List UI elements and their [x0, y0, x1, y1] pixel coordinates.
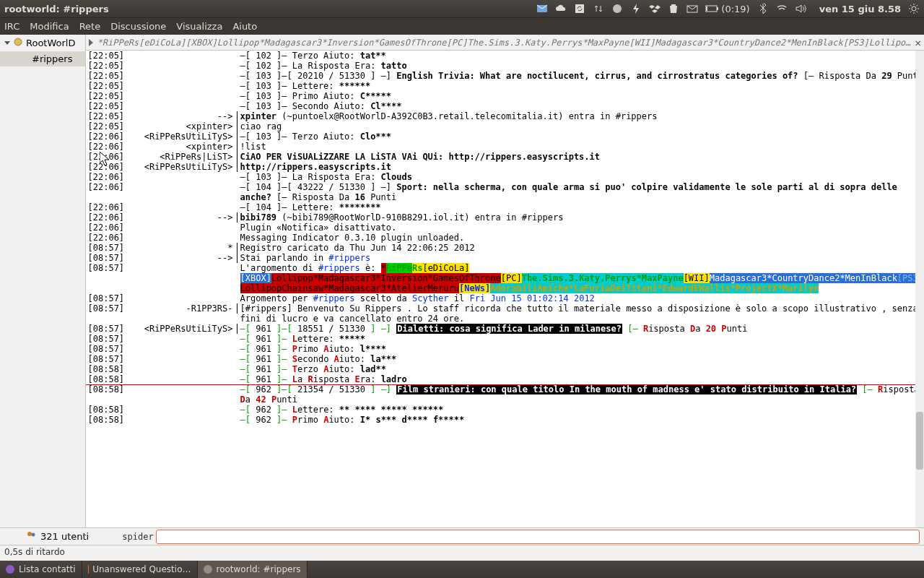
svg-rect-6 — [706, 7, 707, 11]
log-line: [22:05]—[ 103 ]— Lettere: ****** — [86, 81, 924, 91]
log-line: [22:06]<xpinter>!list — [86, 142, 924, 152]
log-line: [08:57]*Registro caricato da Thu Jun 14 … — [86, 243, 924, 253]
topic-bar: *RiPPeRs[eDiCoLa][XBOX]Lollipop*Madagasc… — [86, 35, 924, 51]
updown-icon[interactable] — [593, 3, 604, 14]
app-icon — [88, 565, 89, 574]
log-line: [08:58]—[ 962 ]—[ 21354 / 51330 ] —] Fil… — [86, 384, 924, 405]
clock[interactable]: ven 15 giu 8.58 — [819, 4, 901, 14]
log-line: [08:57]<RiPPeRsUtiLiTyS>—[ 961 ]—[ 18551… — [86, 324, 924, 334]
channel-label: #rippers — [32, 53, 72, 64]
log-line: [22:06]<RiPPeRsUtiLiTyS>http://rippers.e… — [86, 162, 924, 172]
log-line: [22:06]<RiPPeRs|LiST>CiAO PER ViSUALiZZA… — [86, 152, 924, 162]
envelope-icon[interactable] — [687, 3, 698, 14]
topic-expand-icon[interactable] — [89, 39, 93, 46]
dropbox-icon[interactable] — [649, 3, 661, 14]
log-line: [22:05]<xpinter>ciao rag — [86, 121, 924, 131]
chat-log: [22:05]—[ 102 ]— Terzo Aiuto: tat**[22:0… — [86, 51, 924, 527]
power-icon[interactable] — [630, 3, 642, 14]
log-line: [22:05]—[ 102 ]— Terzo Aiuto: tat** — [86, 51, 924, 61]
menu-visualizza[interactable]: Visualizza — [176, 21, 222, 32]
message-input[interactable] — [156, 530, 920, 544]
network-icon — [13, 37, 23, 49]
cloud-icon[interactable] — [555, 3, 567, 14]
log-line: [08:58]—[ 961 ]— Terzo Aiuto: lad** — [86, 364, 924, 374]
wifi-icon[interactable] — [776, 3, 788, 14]
task-browser[interactable]: Unanswered Questio… — [82, 561, 198, 578]
log-line: [22:06]-->bibi789 (~bibi789@RootWorlD-91… — [86, 212, 924, 223]
own-nick[interactable]: spider — [120, 532, 156, 542]
log-line: [22:05]—[ 103 ]— Secondo Aiuto: Cl**** — [86, 101, 924, 111]
scrollbar-thumb[interactable] — [916, 412, 923, 470]
mail-indicator-icon[interactable] — [536, 3, 548, 14]
app-icon — [6, 565, 14, 574]
log-line: [22:06]Plugin «Notifica» disattivato. — [86, 223, 924, 233]
log-line: [08:57]—[ 961 ]— Primo Aiuto: l**** — [86, 344, 924, 354]
log-line: [22:06]—[ 103 ]— La Risposta Era: Clouds — [86, 172, 924, 182]
taskbar: Lista contatti Unanswered Questio… rootw… — [0, 561, 924, 578]
log-line: [22:05]—[ 103 ]—[ 20210 / 51330 ] —] Eng… — [86, 71, 924, 81]
user-count[interactable]: 321 utenti — [0, 530, 120, 543]
log-line: [22:05]—[ 103 ]— Primo Aiuto: C***** — [86, 91, 924, 101]
channel-tree: RootWorlD #rippers — [0, 35, 86, 527]
svg-point-10 — [32, 533, 35, 537]
log-line: [08:58]—[ 962 ]— Primo Aiuto: I* s*** d*… — [86, 415, 924, 425]
input-bar: 321 utenti spider — [0, 527, 924, 545]
volume-icon[interactable] — [795, 3, 806, 14]
menu-aiuto[interactable]: Aiuto — [232, 21, 257, 32]
log-line: [08:57]Argomento per #rippers scelto da … — [86, 293, 924, 303]
log-line: [08:58]—[ 961 ]— La Risposta Era: ladro — [86, 374, 924, 384]
log-line: [22:06]<RiPPeRsUtiLiTyS>—[ 103 ]— Terzo … — [86, 131, 924, 142]
log-line: [08:58]—[ 962 ]— Lettere: ** **** ***** … — [86, 405, 924, 415]
sync-square-icon[interactable] — [574, 3, 585, 14]
log-line: [08:57]-R1PP3RS-[#rippers] Benvenuto Su … — [86, 303, 924, 324]
log-line: [08:57]—[ 961 ]— Lettere: ***** — [86, 334, 924, 344]
menu-modifica[interactable]: Modifica — [30, 21, 69, 32]
log-line: [22:06]Messaging Indicator 0.3.10 plugin… — [86, 233, 924, 243]
svg-point-7 — [912, 7, 916, 11]
window-title: rootworld: #rippers — [4, 4, 109, 14]
close-icon[interactable]: ✕ — [915, 37, 921, 48]
battery-icon[interactable]: (0:19) — [705, 4, 749, 14]
network-label: RootWorlD — [26, 38, 75, 48]
log-line: [22:05]-->xpinter (~puntoelx@RootWorlD-A… — [86, 111, 924, 121]
svg-point-9 — [27, 532, 32, 536]
svg-rect-5 — [717, 7, 718, 10]
log-line: [08:57]L'argomento di #rippers è: *RiPPe… — [86, 263, 924, 293]
status-circle-icon[interactable] — [611, 3, 623, 14]
channel-node[interactable]: #rippers — [0, 51, 85, 66]
network-node[interactable]: RootWorlD — [0, 35, 85, 51]
tree-expand-icon[interactable] — [4, 41, 10, 45]
log-line: [22:06]—[ 104 ]—[ 43222 / 51330 ] —] Spo… — [86, 182, 924, 202]
users-icon — [26, 530, 36, 543]
app-menubar: IRC Modifica Rete Discussione Visualizza… — [0, 17, 924, 35]
bluetooth-icon[interactable] — [757, 3, 769, 14]
menu-rete[interactable]: Rete — [79, 21, 101, 32]
log-line: [08:57]-->Stai parlando in #rippers — [86, 253, 924, 263]
task-contacts[interactable]: Lista contatti — [0, 561, 82, 578]
menu-discussione[interactable]: Discussione — [110, 21, 166, 32]
task-xchat[interactable]: rootworld: #rippers — [198, 561, 308, 578]
indicator-area: (0:19) ven 15 giu 8.58 — [536, 3, 920, 14]
svg-rect-1 — [575, 4, 584, 13]
log-line: [08:57]—[ 961 ]— Secondo Aiuto: la*** — [86, 354, 924, 364]
app-icon — [204, 565, 212, 574]
log-line: [22:05]—[ 102 ]— La Risposta Era: tatto — [86, 61, 924, 71]
log-line: [22:06]—[ 104 ]— Lettere: ******** — [86, 202, 924, 212]
channel-topic[interactable]: *RiPPeRs[eDiCoLa][XBOX]Lollipop*Madagasc… — [97, 38, 911, 48]
svg-point-8 — [14, 38, 22, 46]
svg-point-2 — [613, 4, 622, 13]
top-panel: rootworld: #rippers (0:19) ven 15 giu 8.… — [0, 0, 924, 17]
gear-icon[interactable] — [908, 3, 920, 14]
trash-icon[interactable] — [668, 3, 679, 14]
status-bar: 0,5s di ritardo — [0, 545, 924, 561]
menu-irc[interactable]: IRC — [4, 21, 19, 32]
scrollbar[interactable] — [915, 51, 924, 527]
